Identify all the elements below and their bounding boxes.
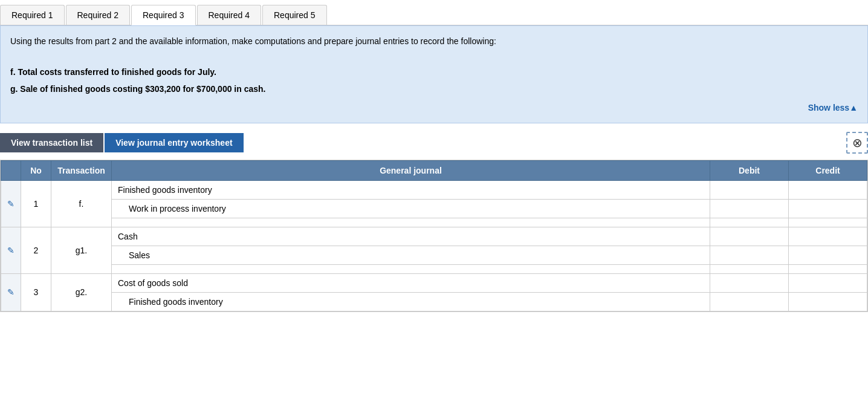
edit-cell-3[interactable]: ✎ [1,273,21,311]
edit-cell-1[interactable]: ✎ [1,180,21,227]
debit-cell-1-3[interactable] [710,218,789,227]
tab-required-4[interactable]: Required 4 [197,5,262,25]
debit-cell-1-2[interactable] [710,199,789,218]
credit-cell-1-1[interactable] [789,180,867,199]
journal-cell-2-1: Cash [112,227,710,246]
journal-cell-2-2: Sales [112,246,710,264]
no-cell-1: 1 [21,180,51,227]
col-edit-header [1,160,21,180]
col-transaction-header: Transaction [51,160,112,180]
trans-cell-2: g1. [51,227,112,273]
info-item-g: g. Sale of finished goods costing $303,2… [10,84,265,94]
credit-cell-3-2[interactable] [789,292,867,311]
table-row: Work in process inventory [1,199,867,218]
journal-cell-1-2: Work in process inventory [112,199,710,218]
edit-cell-2[interactable]: ✎ [1,227,21,273]
table-row [1,264,867,273]
table-row: ✎ 2 g1. Cash [1,227,867,246]
info-item-f: f. Total costs transferred to finished g… [10,67,216,77]
table-row: Finished goods inventory [1,292,867,311]
debit-cell-2-2[interactable] [710,246,789,264]
show-less-label[interactable]: Show less▲ [808,103,858,112]
journal-cell-3-1: Cost of goods sold [112,273,710,292]
journal-cell-1-1: Finished goods inventory [112,180,710,199]
close-circle-icon[interactable]: ⊗ [846,132,868,154]
table-row [1,218,867,227]
view-transaction-list-button[interactable]: View transaction list [0,133,103,152]
tab-required-2[interactable]: Required 2 [66,5,131,25]
table-row: ✎ 1 f. Finished goods inventory [1,180,867,199]
table-row: Sales [1,246,867,264]
col-debit-header: Debit [710,160,789,180]
button-row: View transaction list View journal entry… [0,132,868,154]
credit-cell-1-2[interactable] [789,199,867,218]
debit-cell-3-1[interactable] [710,273,789,292]
journal-table-wrapper: No Transaction General journal Debit Cre… [0,160,868,312]
debit-cell-3-2[interactable] [710,292,789,311]
debit-cell-2-1[interactable] [710,227,789,246]
trans-cell-3: g2. [51,273,112,311]
journal-cell-3-2: Finished goods inventory [112,292,710,311]
tabs-container: Required 1 Required 2 Required 3 Require… [0,0,868,25]
info-box: Using the results from part 2 and the av… [0,25,868,123]
trans-cell-1: f. [51,180,112,227]
journal-cell-2-3 [112,264,710,273]
col-journal-header: General journal [112,160,710,180]
debit-cell-1-1[interactable] [710,180,789,199]
edit-icon-3[interactable]: ✎ [7,287,15,297]
journal-cell-1-3 [112,218,710,227]
journal-table: No Transaction General journal Debit Cre… [1,160,867,311]
credit-cell-1-3[interactable] [789,218,867,227]
col-credit-header: Credit [789,160,867,180]
credit-cell-2-1[interactable] [789,227,867,246]
credit-cell-2-3[interactable] [789,264,867,273]
debit-cell-2-3[interactable] [710,264,789,273]
table-row: ✎ 3 g2. Cost of goods sold [1,273,867,292]
no-cell-2: 2 [21,227,51,273]
tab-required-5[interactable]: Required 5 [262,5,327,25]
tab-required-1[interactable]: Required 1 [0,5,65,25]
view-journal-entry-worksheet-button[interactable]: View journal entry worksheet [105,133,243,152]
edit-icon-2[interactable]: ✎ [7,246,15,255]
edit-icon-1[interactable]: ✎ [7,199,15,209]
col-no-header: No [21,160,51,180]
no-cell-3: 3 [21,273,51,311]
credit-cell-2-2[interactable] [789,246,867,264]
credit-cell-3-1[interactable] [789,273,867,292]
tab-required-3[interactable]: Required 3 [131,5,196,25]
info-intro: Using the results from part 2 and the av… [10,34,858,48]
